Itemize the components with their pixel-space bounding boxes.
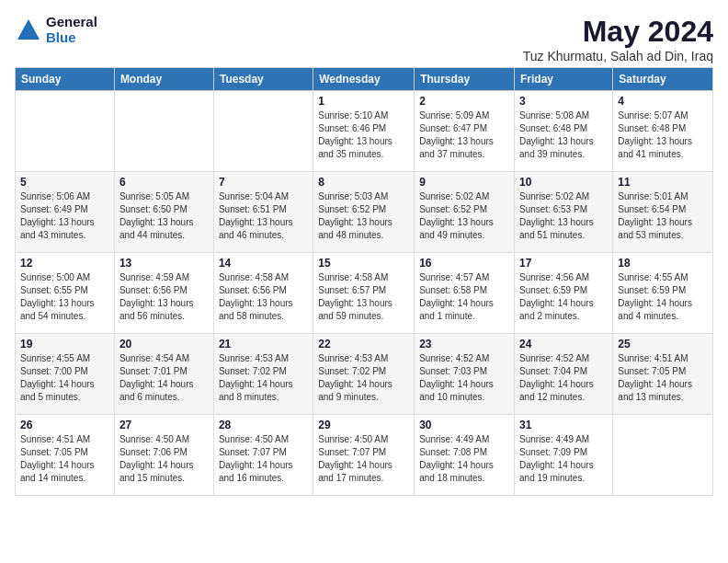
calendar-cell: 28Sunrise: 4:50 AM Sunset: 7:07 PM Dayli… [213, 415, 313, 496]
day-number: 13 [119, 257, 209, 270]
calendar-cell: 7Sunrise: 5:04 AM Sunset: 6:51 PM Daylig… [213, 172, 313, 253]
logo-icon [15, 17, 42, 44]
day-number: 22 [318, 338, 409, 350]
page-header: General Blue May 2024 Tuz Khurmatu, Sala… [15, 15, 713, 63]
day-number: 7 [219, 176, 308, 189]
calendar-cell: 13Sunrise: 4:59 AM Sunset: 6:56 PM Dayli… [114, 253, 213, 334]
day-info: Sunrise: 4:53 AM Sunset: 7:02 PM Dayligh… [318, 352, 409, 404]
calendar-cell: 12Sunrise: 5:00 AM Sunset: 6:55 PM Dayli… [16, 253, 115, 334]
calendar-cell: 25Sunrise: 4:51 AM Sunset: 7:05 PM Dayli… [613, 334, 713, 415]
day-number: 18 [618, 257, 708, 270]
calendar-week-row: 19Sunrise: 4:55 AM Sunset: 7:00 PM Dayli… [16, 334, 713, 415]
day-info: Sunrise: 4:57 AM Sunset: 6:58 PM Dayligh… [419, 271, 509, 323]
calendar-cell: 10Sunrise: 5:02 AM Sunset: 6:53 PM Dayli… [515, 172, 613, 253]
month-year: May 2024 [523, 15, 713, 49]
day-info: Sunrise: 5:00 AM Sunset: 6:55 PM Dayligh… [20, 271, 109, 323]
header-wednesday: Wednesday [313, 68, 415, 91]
calendar-cell: 5Sunrise: 5:06 AM Sunset: 6:49 PM Daylig… [16, 172, 115, 253]
day-number: 2 [419, 95, 509, 108]
day-number: 24 [519, 338, 608, 350]
day-number: 21 [219, 338, 308, 350]
day-info: Sunrise: 4:55 AM Sunset: 7:00 PM Dayligh… [20, 352, 109, 404]
day-info: Sunrise: 4:50 AM Sunset: 7:07 PM Dayligh… [318, 433, 409, 485]
calendar-cell: 8Sunrise: 5:03 AM Sunset: 6:52 PM Daylig… [313, 172, 415, 253]
location: Tuz Khurmatu, Salah ad Din, Iraq [523, 49, 713, 63]
day-info: Sunrise: 5:02 AM Sunset: 6:53 PM Dayligh… [519, 190, 608, 242]
calendar-header-row: SundayMondayTuesdayWednesdayThursdayFrid… [16, 68, 713, 91]
calendar-cell [16, 91, 115, 172]
calendar-table: SundayMondayTuesdayWednesdayThursdayFrid… [15, 67, 713, 496]
day-info: Sunrise: 5:01 AM Sunset: 6:54 PM Dayligh… [618, 190, 708, 242]
day-info: Sunrise: 4:55 AM Sunset: 6:59 PM Dayligh… [618, 271, 708, 323]
calendar-week-row: 12Sunrise: 5:00 AM Sunset: 6:55 PM Dayli… [16, 253, 713, 334]
day-number: 25 [618, 338, 708, 350]
day-number: 6 [119, 176, 209, 189]
day-number: 27 [119, 419, 209, 431]
calendar-cell: 9Sunrise: 5:02 AM Sunset: 6:52 PM Daylig… [415, 172, 515, 253]
calendar-cell: 14Sunrise: 4:58 AM Sunset: 6:56 PM Dayli… [213, 253, 313, 334]
calendar-cell: 23Sunrise: 4:52 AM Sunset: 7:03 PM Dayli… [415, 334, 515, 415]
day-number: 26 [20, 419, 109, 431]
day-info: Sunrise: 5:03 AM Sunset: 6:52 PM Dayligh… [318, 190, 409, 242]
day-info: Sunrise: 4:52 AM Sunset: 7:04 PM Dayligh… [519, 352, 608, 404]
calendar-cell: 24Sunrise: 4:52 AM Sunset: 7:04 PM Dayli… [515, 334, 613, 415]
day-number: 5 [20, 176, 109, 189]
day-info: Sunrise: 4:54 AM Sunset: 7:01 PM Dayligh… [119, 352, 209, 404]
day-number: 15 [318, 257, 409, 270]
day-info: Sunrise: 4:50 AM Sunset: 7:07 PM Dayligh… [219, 433, 308, 485]
day-info: Sunrise: 4:58 AM Sunset: 6:57 PM Dayligh… [318, 271, 409, 323]
day-info: Sunrise: 4:49 AM Sunset: 7:08 PM Dayligh… [419, 433, 509, 485]
day-number: 19 [20, 338, 109, 350]
calendar-cell [613, 415, 713, 496]
calendar-cell: 29Sunrise: 4:50 AM Sunset: 7:07 PM Dayli… [313, 415, 415, 496]
day-info: Sunrise: 4:59 AM Sunset: 6:56 PM Dayligh… [119, 271, 209, 323]
day-number: 12 [20, 257, 109, 270]
calendar-week-row: 1Sunrise: 5:10 AM Sunset: 6:46 PM Daylig… [16, 91, 713, 172]
day-number: 4 [618, 95, 708, 108]
logo: General Blue [15, 15, 97, 45]
day-number: 20 [119, 338, 209, 350]
day-info: Sunrise: 5:05 AM Sunset: 6:50 PM Dayligh… [119, 190, 209, 242]
day-info: Sunrise: 5:02 AM Sunset: 6:52 PM Dayligh… [419, 190, 509, 242]
day-number: 9 [419, 176, 509, 189]
calendar-cell: 2Sunrise: 5:09 AM Sunset: 6:47 PM Daylig… [415, 91, 515, 172]
header-tuesday: Tuesday [213, 68, 313, 91]
calendar-cell: 27Sunrise: 4:50 AM Sunset: 7:06 PM Dayli… [114, 415, 213, 496]
day-number: 23 [419, 338, 509, 350]
header-saturday: Saturday [613, 68, 713, 91]
day-number: 17 [519, 257, 608, 270]
calendar-week-row: 26Sunrise: 4:51 AM Sunset: 7:05 PM Dayli… [16, 415, 713, 496]
calendar-cell: 11Sunrise: 5:01 AM Sunset: 6:54 PM Dayli… [613, 172, 713, 253]
day-info: Sunrise: 4:53 AM Sunset: 7:02 PM Dayligh… [219, 352, 308, 404]
day-number: 11 [618, 176, 708, 189]
calendar-cell: 31Sunrise: 4:49 AM Sunset: 7:09 PM Dayli… [515, 415, 613, 496]
day-info: Sunrise: 5:09 AM Sunset: 6:47 PM Dayligh… [419, 109, 509, 161]
title-block: May 2024 Tuz Khurmatu, Salah ad Din, Ira… [523, 15, 713, 63]
day-info: Sunrise: 4:52 AM Sunset: 7:03 PM Dayligh… [419, 352, 509, 404]
day-info: Sunrise: 5:06 AM Sunset: 6:49 PM Dayligh… [20, 190, 109, 242]
calendar-cell: 6Sunrise: 5:05 AM Sunset: 6:50 PM Daylig… [114, 172, 213, 253]
day-number: 14 [219, 257, 308, 270]
calendar-cell: 18Sunrise: 4:55 AM Sunset: 6:59 PM Dayli… [613, 253, 713, 334]
calendar-cell [114, 91, 213, 172]
calendar-cell: 3Sunrise: 5:08 AM Sunset: 6:48 PM Daylig… [515, 91, 613, 172]
calendar-week-row: 5Sunrise: 5:06 AM Sunset: 6:49 PM Daylig… [16, 172, 713, 253]
logo-general: General [46, 15, 97, 30]
header-thursday: Thursday [415, 68, 515, 91]
calendar-cell: 20Sunrise: 4:54 AM Sunset: 7:01 PM Dayli… [114, 334, 213, 415]
day-number: 16 [419, 257, 509, 270]
day-info: Sunrise: 4:58 AM Sunset: 6:56 PM Dayligh… [219, 271, 308, 323]
day-info: Sunrise: 5:08 AM Sunset: 6:48 PM Dayligh… [519, 109, 608, 161]
logo-text: General Blue [46, 15, 97, 45]
day-number: 30 [419, 419, 509, 431]
day-info: Sunrise: 4:51 AM Sunset: 7:05 PM Dayligh… [20, 433, 109, 485]
day-info: Sunrise: 5:04 AM Sunset: 6:51 PM Dayligh… [219, 190, 308, 242]
calendar-cell: 1Sunrise: 5:10 AM Sunset: 6:46 PM Daylig… [313, 91, 415, 172]
day-number: 10 [519, 176, 608, 189]
day-number: 3 [519, 95, 608, 108]
calendar-cell: 16Sunrise: 4:57 AM Sunset: 6:58 PM Dayli… [415, 253, 515, 334]
day-number: 28 [219, 419, 308, 431]
calendar-cell: 21Sunrise: 4:53 AM Sunset: 7:02 PM Dayli… [213, 334, 313, 415]
day-info: Sunrise: 5:10 AM Sunset: 6:46 PM Dayligh… [318, 109, 409, 161]
calendar-cell: 26Sunrise: 4:51 AM Sunset: 7:05 PM Dayli… [16, 415, 115, 496]
